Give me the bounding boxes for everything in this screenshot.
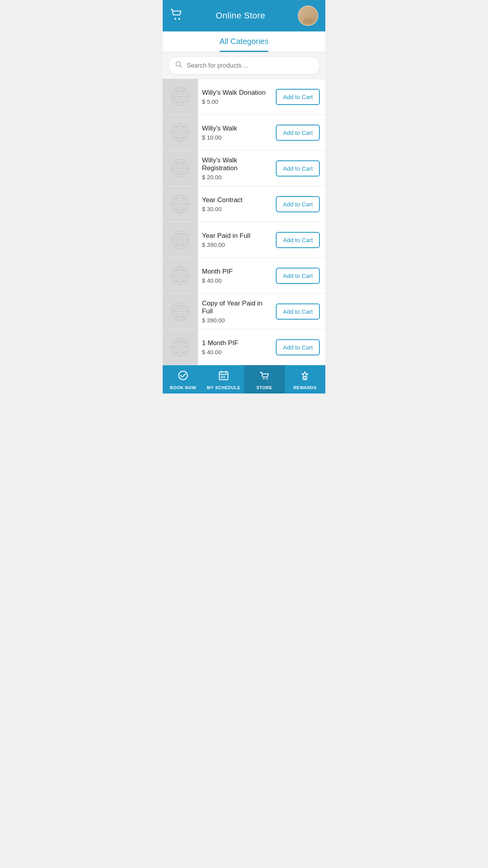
add-to-cart-button[interactable]: Add to Cart <box>276 125 320 141</box>
svg-point-74 <box>173 203 175 205</box>
svg-point-72 <box>183 208 185 210</box>
nav-my-schedule-label: MY SCHEDULE <box>207 385 240 390</box>
product-item: Copy of Year Paid in Full $ 390.00 Add t… <box>163 294 325 329</box>
svg-point-134 <box>179 346 182 348</box>
svg-point-21 <box>176 90 178 92</box>
product-price: $ 20.00 <box>202 174 272 180</box>
search-bar <box>163 52 325 79</box>
svg-point-35 <box>186 132 188 134</box>
svg-point-127 <box>176 316 178 318</box>
add-to-cart-button[interactable]: Add to Cart <box>276 339 320 355</box>
svg-point-148 <box>183 341 185 343</box>
svg-point-98 <box>179 274 182 277</box>
svg-point-147 <box>176 341 178 343</box>
product-thumbnail <box>163 115 198 150</box>
svg-point-149 <box>179 371 187 380</box>
svg-point-2 <box>305 11 311 17</box>
svg-point-20 <box>173 96 175 98</box>
nav-store[interactable]: STORE <box>244 365 285 394</box>
product-thumbnail <box>163 151 198 186</box>
product-thumbnail <box>163 79 198 114</box>
svg-point-44 <box>179 167 182 169</box>
svg-point-17 <box>186 96 188 98</box>
avatar[interactable] <box>298 6 318 26</box>
svg-point-1 <box>178 18 180 19</box>
svg-point-125 <box>186 311 188 313</box>
product-thumbnail <box>163 222 198 257</box>
svg-point-129 <box>176 305 178 307</box>
add-to-cart-button[interactable]: Add to Cart <box>276 196 320 212</box>
nav-my-schedule[interactable]: MY SCHEDULE <box>204 365 244 394</box>
product-name: Copy of Year Paid in Full <box>202 300 272 315</box>
search-input[interactable] <box>187 62 313 69</box>
page-title: Online Store <box>216 11 265 21</box>
svg-point-144 <box>183 351 185 353</box>
svg-point-73 <box>176 208 178 210</box>
svg-point-8 <box>179 96 182 98</box>
svg-point-26 <box>179 131 182 134</box>
nav-rewards[interactable]: REWARDS <box>285 365 326 394</box>
add-to-cart-button[interactable]: Add to Cart <box>276 268 320 284</box>
my-schedule-icon <box>218 370 229 384</box>
svg-point-111 <box>176 269 178 271</box>
svg-point-152 <box>266 378 268 379</box>
product-price: $ 390.00 <box>202 241 272 248</box>
svg-point-143 <box>186 346 188 348</box>
svg-point-108 <box>183 280 185 282</box>
search-icon <box>175 61 183 70</box>
product-thumbnail <box>163 329 198 365</box>
product-item: Month PIF $ 40.00 Add to Cart <box>163 258 325 294</box>
product-thumbnail <box>163 258 198 293</box>
product-item: Willy's Walk Registration $ 20.00 Add to… <box>163 151 325 186</box>
book-now-icon <box>178 370 189 384</box>
product-item: 1 Month PIF $ 40.00 Add to Cart <box>163 329 325 365</box>
add-to-cart-button[interactable]: Add to Cart <box>276 303 320 320</box>
svg-point-55 <box>176 173 178 175</box>
category-bar: All Categories <box>163 31 325 52</box>
add-to-cart-button[interactable]: Add to Cart <box>276 89 320 105</box>
svg-point-37 <box>176 137 178 139</box>
product-name: Willy's Walk Registration <box>202 156 272 172</box>
svg-point-80 <box>179 239 182 241</box>
svg-point-22 <box>183 90 185 92</box>
product-name: Month PIF <box>202 268 272 276</box>
product-item: Year Paid in Full $ 390.00 Add to Cart <box>163 222 325 258</box>
svg-point-89 <box>186 239 188 241</box>
product-name: Year Paid in Full <box>202 232 272 240</box>
nav-book-now-label: BOOK NOW <box>170 385 196 390</box>
svg-point-58 <box>183 162 185 164</box>
product-item: Willy's Walk $ 10.00 Add to Cart <box>163 115 325 151</box>
svg-point-130 <box>183 305 185 307</box>
svg-point-91 <box>176 244 178 246</box>
svg-point-109 <box>176 280 178 282</box>
product-thumbnail <box>163 186 198 222</box>
svg-point-76 <box>183 198 185 200</box>
svg-point-116 <box>179 310 182 313</box>
header-cart-icon[interactable] <box>170 8 183 24</box>
nav-book-now[interactable]: BOOK NOW <box>163 365 204 394</box>
add-to-cart-button[interactable]: Add to Cart <box>276 232 320 248</box>
svg-point-0 <box>174 18 176 19</box>
svg-point-93 <box>176 234 178 235</box>
product-item: Year Contract $ 30.00 Add to Cart <box>163 186 325 222</box>
product-name: Willy's Walk <box>202 125 272 132</box>
product-list: Willy's Walk Donation $ 5.00 Add to Cart… <box>163 79 325 365</box>
add-to-cart-button[interactable]: Add to Cart <box>276 160 320 177</box>
header: Online Store <box>163 0 325 31</box>
svg-point-57 <box>176 162 178 164</box>
product-price: $ 5.00 <box>202 98 272 105</box>
svg-point-145 <box>176 351 178 353</box>
svg-point-75 <box>176 198 178 200</box>
product-price: $ 40.00 <box>202 277 272 284</box>
svg-point-62 <box>179 203 182 205</box>
svg-point-71 <box>186 203 188 205</box>
svg-point-94 <box>183 234 185 235</box>
all-categories-tab[interactable]: All Categories <box>220 37 269 52</box>
svg-point-18 <box>183 101 185 103</box>
svg-point-92 <box>173 239 175 241</box>
store-icon <box>259 370 270 384</box>
product-item: Willy's Walk Donation $ 5.00 Add to Cart <box>163 79 325 115</box>
product-name: 1 Month PIF <box>202 339 272 347</box>
nav-rewards-label: REWARDS <box>293 385 317 390</box>
product-name: Year Contract <box>202 196 272 204</box>
